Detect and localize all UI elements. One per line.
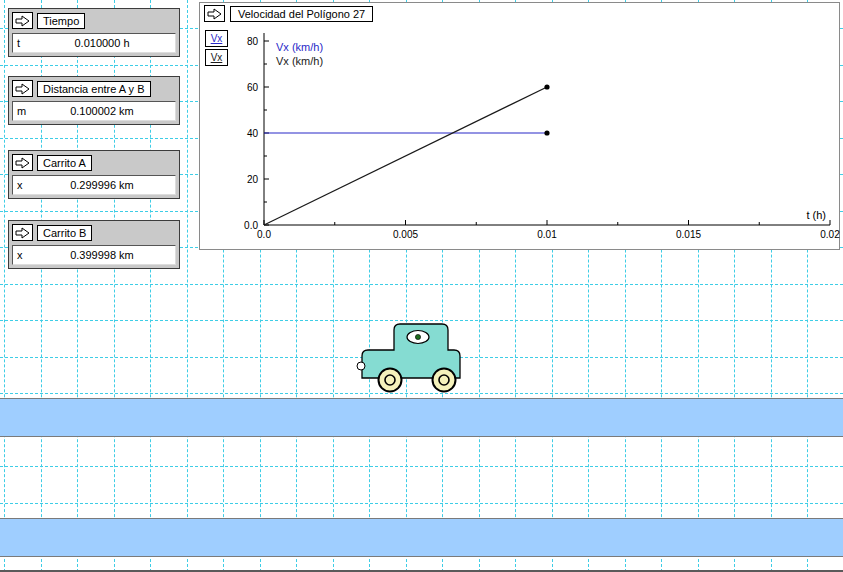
panel-title: Tiempo	[37, 13, 85, 29]
x-tick-label: 0.01	[537, 229, 557, 240]
y-tick-label: 60	[247, 82, 259, 93]
car-wheel-right	[433, 369, 456, 392]
variable-panel-carrito-b: Carrito B x 0.399998 km	[8, 220, 180, 269]
panel-header: Carrito A	[12, 154, 176, 171]
variable-letter: m	[17, 105, 33, 117]
value-field[interactable]: x 0.299996 km	[12, 175, 176, 195]
legend-entry: Vx (km/h)	[276, 55, 323, 67]
car-sprite[interactable]	[350, 314, 468, 400]
right-arrow-icon	[15, 157, 30, 169]
value-field[interactable]: t 0.010000 h	[12, 33, 176, 53]
variable-value: 0.399998 km	[33, 249, 171, 261]
panel-header: Carrito B	[12, 224, 176, 241]
variable-panel-carrito-a: Carrito A x 0.299996 km	[8, 150, 180, 199]
y-tick-label: 80	[247, 36, 259, 47]
series-endpoint-dot	[544, 84, 549, 89]
right-arrow-icon	[207, 8, 222, 20]
velocity-chart: 0.00.0050.010.0150.020.020406080t (h)Vx …	[200, 3, 841, 251]
series-toggle-vx-black[interactable]: Vx	[205, 49, 228, 66]
panel-header: Tiempo	[12, 12, 176, 29]
variable-letter: t	[17, 37, 33, 49]
road-track-a	[0, 398, 843, 437]
step-arrow-button[interactable]	[12, 224, 33, 241]
step-arrow-button[interactable]	[12, 154, 33, 171]
right-arrow-icon	[15, 15, 30, 27]
grid-line-horizontal	[0, 503, 843, 504]
panel-title: Carrito B	[37, 225, 92, 241]
car-eye-pupil	[415, 334, 420, 339]
panel-title: Distancia entre A y B	[37, 81, 151, 97]
car-wheel-left	[379, 369, 402, 392]
y-tick-label: 20	[247, 174, 259, 185]
step-arrow-button[interactable]	[12, 80, 33, 97]
y-tick-label: 0.0	[244, 220, 258, 231]
right-arrow-icon	[15, 227, 30, 239]
value-field[interactable]: x 0.399998 km	[12, 245, 176, 265]
grid-line-horizontal	[0, 284, 843, 285]
legend-entry: Vx (km/h)	[276, 41, 323, 53]
variable-value: 0.100002 km	[33, 105, 171, 117]
variable-letter: x	[17, 249, 33, 261]
y-tick-label: 40	[247, 128, 259, 139]
x-tick-label: 0.005	[393, 229, 418, 240]
variable-letter: x	[17, 179, 33, 191]
grid-line-vertical	[4, 0, 5, 572]
variable-panel-distancia: Distancia entre A y B m 0.100002 km	[8, 76, 180, 125]
variable-value: 0.299996 km	[33, 179, 171, 191]
grid-line-horizontal	[0, 466, 843, 467]
value-field[interactable]: m 0.100002 km	[12, 101, 176, 121]
variable-panel-tiempo: Tiempo t 0.010000 h	[8, 8, 180, 57]
road-track-b	[0, 518, 843, 557]
panel-title: Carrito A	[37, 155, 92, 171]
x-tick-label: 0.02	[820, 229, 840, 240]
step-arrow-button[interactable]	[12, 12, 33, 29]
panel-header: Distancia entre A y B	[12, 80, 176, 97]
velocity-graph-panel: 0.00.0050.010.0150.020.020406080t (h)Vx …	[199, 2, 840, 250]
x-axis-label: t (h)	[806, 209, 826, 221]
chart-title-row: Velocidad del Polígono 27	[204, 5, 373, 22]
series-line	[264, 87, 547, 225]
simulation-workspace: Tiempo t 0.010000 h Distancia entre A y …	[0, 0, 843, 572]
right-arrow-icon	[15, 83, 30, 95]
step-arrow-button[interactable]	[204, 5, 225, 22]
series-toggle-vx-blue[interactable]: Vx	[205, 30, 228, 47]
x-tick-label: 0.0	[257, 229, 271, 240]
grid-line-vertical	[187, 0, 188, 572]
series-endpoint-dot	[544, 130, 549, 135]
chart-title: Velocidad del Polígono 27	[230, 6, 373, 22]
variable-value: 0.010000 h	[33, 37, 171, 49]
car-headlight	[357, 362, 365, 370]
x-tick-label: 0.015	[676, 229, 701, 240]
